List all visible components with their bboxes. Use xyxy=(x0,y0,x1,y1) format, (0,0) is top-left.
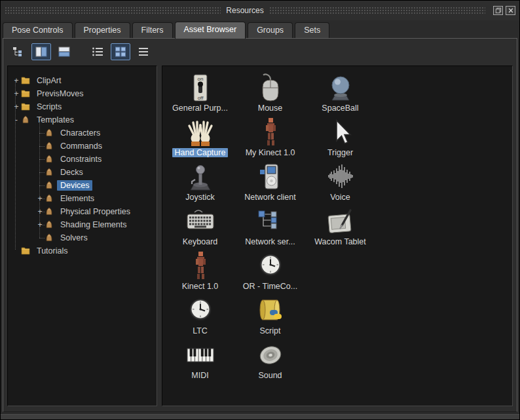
window-bottom-edge xyxy=(1,414,519,419)
tree-item-label: Shading Elements xyxy=(57,220,130,230)
tree-item-label: Physical Properties xyxy=(57,206,134,217)
tab-asset-browser[interactable]: Asset Browser xyxy=(175,22,246,39)
expand-icon[interactable]: + xyxy=(12,102,21,111)
hands-icon xyxy=(185,116,215,147)
tree-item-label: Elements xyxy=(57,193,98,204)
tablet-icon xyxy=(325,205,356,237)
tree-item-prevismoves[interactable]: +PrevisMoves xyxy=(9,87,155,100)
asset-spaceball[interactable]: SpaceBall xyxy=(305,71,375,116)
asset-wacom-tablet[interactable]: Wacom Tablet xyxy=(305,205,375,250)
tree-item-decks[interactable]: Decks xyxy=(9,166,155,179)
expand-icon[interactable]: + xyxy=(35,207,45,216)
tree-item-scripts[interactable]: +Scripts xyxy=(9,100,155,113)
icon-view-button[interactable] xyxy=(111,43,130,60)
tree-item-tutorials[interactable]: Tutorials xyxy=(9,244,155,258)
tree-item-characters[interactable]: Characters xyxy=(9,126,155,140)
tree-item-templates[interactable]: -Templates xyxy=(9,113,155,126)
tab-properties[interactable]: Properties xyxy=(75,22,130,38)
split-vertical-icon xyxy=(35,46,48,58)
browser-panels: +ClipArt+PrevisMoves+Scripts-TemplatesCh… xyxy=(3,64,517,411)
detail-view-button[interactable] xyxy=(134,43,153,60)
split-vertical-view-button[interactable] xyxy=(31,43,51,60)
tree-item-constraints[interactable]: Constraints xyxy=(9,153,155,166)
asset-sound[interactable]: Sound xyxy=(235,339,305,383)
titlebar[interactable]: Resources xyxy=(1,1,519,20)
collapse-icon[interactable]: - xyxy=(12,115,21,124)
asset-network-ser[interactable]: Network ser... xyxy=(235,205,305,250)
tree-item-label: Templates xyxy=(33,115,77,125)
tree-children-group: CharactersCommandsConstraintsDecksDevice… xyxy=(9,126,155,244)
tree-item-label: Scripts xyxy=(33,102,65,112)
tree-item-elements[interactable]: +Elements xyxy=(9,192,155,205)
asset-label: Kinect 1.0 xyxy=(179,282,221,291)
tree-item-devices[interactable]: Devices xyxy=(9,179,155,192)
asset-my-kinect-1-0[interactable]: My Kinect 1.0 xyxy=(235,116,305,161)
expand-icon[interactable]: + xyxy=(35,220,45,229)
asset-trigger[interactable]: Trigger xyxy=(305,116,375,161)
asset-keyboard[interactable]: Keyboard xyxy=(165,205,235,250)
asset-grid: onoffGeneral Purp...MouseSpaceBallHand C… xyxy=(165,71,510,383)
tree-view-icon xyxy=(12,46,25,58)
tab-filters[interactable]: Filters xyxy=(132,22,173,38)
asset-script[interactable]: Script xyxy=(235,294,305,339)
clock-icon xyxy=(255,250,286,281)
asset-label: MIDI xyxy=(189,371,211,380)
template-asset-icon xyxy=(45,207,54,216)
window-controls xyxy=(493,6,515,15)
folder-icon xyxy=(21,246,31,256)
asset-grid-panel[interactable]: onoffGeneral Purp...MouseSpaceBallHand C… xyxy=(162,66,513,406)
asset-joystick[interactable]: Joystick xyxy=(165,161,235,205)
tree-item-commands[interactable]: Commands xyxy=(9,140,155,153)
template-asset-icon xyxy=(45,168,54,177)
asset-label: Wacom Tablet xyxy=(312,237,369,246)
tree-item-label: PrevisMoves xyxy=(33,88,87,99)
keyboard-icon xyxy=(185,205,215,237)
float-window-button[interactable] xyxy=(493,6,503,15)
tree-item-label: Characters xyxy=(57,128,103,138)
asset-or-timeco[interactable]: OR - TimeCo... xyxy=(235,250,305,294)
tree-view-button[interactable] xyxy=(9,43,28,60)
asset-ltc[interactable]: LTC xyxy=(165,294,235,339)
tab-sets[interactable]: Sets xyxy=(295,22,329,38)
template-asset-icon xyxy=(45,181,54,190)
asset-network-client[interactable]: Network client xyxy=(235,161,305,205)
tree-item-physical-properties[interactable]: +Physical Properties xyxy=(9,205,155,218)
expand-icon[interactable]: + xyxy=(12,76,21,85)
template-asset-icon xyxy=(45,155,54,164)
expand-icon[interactable]: + xyxy=(35,194,45,203)
asset-label: OR - TimeCo... xyxy=(240,282,300,291)
tree-item-clipart[interactable]: +ClipArt xyxy=(9,74,155,87)
split-horizontal-view-button[interactable] xyxy=(54,43,74,60)
asset-label: Script xyxy=(257,326,284,335)
tree-item-solvers[interactable]: Solvers xyxy=(9,231,155,244)
resources-window: Resources Pose ControlsPropertiesFilters… xyxy=(0,0,520,420)
list-view-button[interactable] xyxy=(88,43,107,60)
close-icon xyxy=(508,7,514,14)
asset-hand-capture[interactable]: Hand Capture xyxy=(165,116,235,161)
asset-label: Mouse xyxy=(255,104,286,113)
asset-midi[interactable]: MIDI xyxy=(165,339,235,383)
asset-general-purp[interactable]: onoffGeneral Purp... xyxy=(165,71,235,116)
template-asset-icon xyxy=(45,233,54,242)
clock-icon xyxy=(185,294,215,326)
network-icon xyxy=(255,205,286,237)
tree-item-shading-elements[interactable]: +Shading Elements xyxy=(9,218,155,231)
cursor-icon xyxy=(325,116,356,147)
asset-voice[interactable]: Voice xyxy=(305,161,375,205)
asset-mouse[interactable]: Mouse xyxy=(235,71,305,116)
folder-tree[interactable]: +ClipArt+PrevisMoves+Scripts-TemplatesCh… xyxy=(7,66,157,406)
spaceball-icon xyxy=(325,71,356,103)
asset-kinect-1-0[interactable]: Kinect 1.0 xyxy=(165,250,235,294)
asset-browser-panel: +ClipArt+PrevisMoves+Scripts-TemplatesCh… xyxy=(3,38,517,412)
script-icon xyxy=(255,294,286,326)
expand-icon[interactable]: + xyxy=(12,89,21,98)
asset-label: Voice xyxy=(327,193,353,202)
tab-groups[interactable]: Groups xyxy=(248,22,293,38)
template-asset-icon xyxy=(45,220,54,229)
list-view-icon xyxy=(91,46,104,58)
tree-item-label: Tutorials xyxy=(33,246,71,256)
tree-item-label: ClipArt xyxy=(33,75,65,86)
close-button[interactable] xyxy=(506,6,515,15)
svg-text:off: off xyxy=(197,95,204,101)
tab-pose-controls[interactable]: Pose Controls xyxy=(3,22,73,38)
